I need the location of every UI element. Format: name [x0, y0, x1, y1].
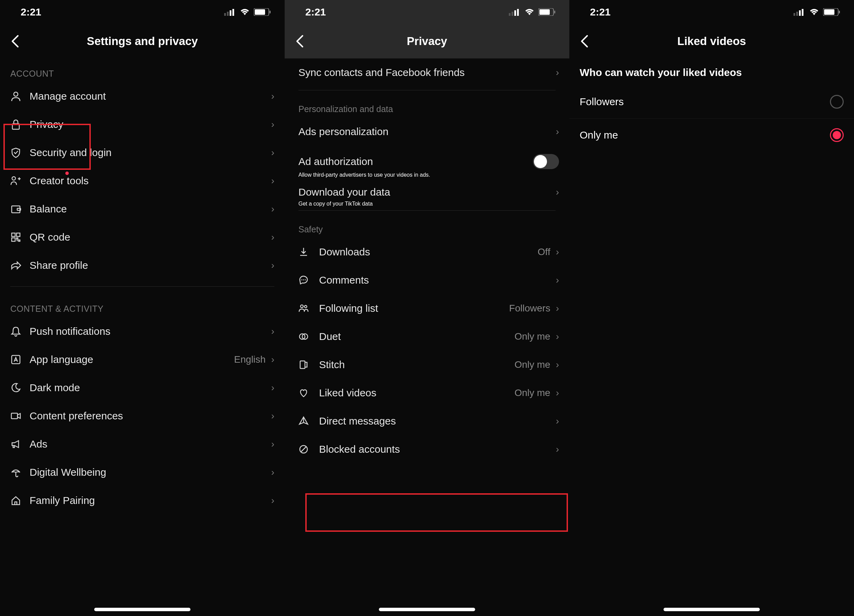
- svg-point-7: [14, 92, 18, 96]
- row-label: Direct messages: [319, 415, 556, 427]
- chevron-right-icon: ›: [556, 416, 559, 427]
- screen-privacy: 2:21 Privacy Sync contacts and Facebook …: [285, 0, 569, 616]
- row-label: Liked videos: [319, 387, 514, 399]
- svg-rect-12: [12, 233, 15, 236]
- chevron-right-icon: ›: [271, 439, 274, 450]
- row-subtitle: Allow third-party advertisers to use you…: [285, 172, 569, 178]
- svg-rect-39: [839, 11, 840, 14]
- wifi-icon: [524, 8, 535, 16]
- row-blocked-accounts[interactable]: Blocked accounts ›: [285, 435, 569, 464]
- back-button[interactable]: [10, 34, 19, 48]
- back-button[interactable]: [295, 34, 304, 48]
- chevron-right-icon: ›: [556, 274, 559, 286]
- row-dark-mode[interactable]: Dark mode ›: [0, 374, 285, 402]
- row-download-data[interactable]: Download your data › Get a copy of your …: [285, 178, 569, 207]
- radio-indicator: [830, 128, 844, 142]
- row-direct-messages[interactable]: Direct messages ›: [285, 407, 569, 435]
- moon-icon: [10, 382, 21, 393]
- row-label: Ad authorization: [299, 156, 533, 168]
- page-title: Privacy: [407, 35, 447, 48]
- home-indicator[interactable]: [663, 608, 760, 611]
- chevron-right-icon: ›: [271, 260, 274, 271]
- row-security[interactable]: Security and login ›: [0, 139, 285, 167]
- svg-rect-34: [796, 12, 798, 16]
- section-header-content: CONTENT & ACTIVITY: [0, 294, 285, 317]
- status-icons: [793, 8, 840, 16]
- row-qr-code[interactable]: QR code ›: [0, 223, 285, 251]
- radio-option-followers[interactable]: Followers: [569, 85, 854, 119]
- cellular-icon: [224, 8, 236, 16]
- highlight-box-liked-videos: [305, 493, 568, 532]
- section-header-personalization: Personalization and data: [285, 94, 569, 117]
- row-content-preferences[interactable]: Content preferences ›: [0, 402, 285, 430]
- chevron-right-icon: ›: [271, 203, 274, 215]
- chevron-right-icon: ›: [271, 232, 274, 243]
- svg-rect-8: [12, 124, 19, 129]
- row-value: Only me: [514, 331, 550, 342]
- bell-icon: [10, 326, 21, 337]
- status-time: 2:21: [21, 6, 41, 18]
- row-privacy[interactable]: Privacy ›: [0, 110, 285, 139]
- radio-indicator: [830, 95, 844, 108]
- row-comments[interactable]: Comments ›: [285, 266, 569, 294]
- back-button[interactable]: [580, 34, 589, 48]
- row-ads[interactable]: Ads ›: [0, 430, 285, 458]
- send-icon: [299, 416, 309, 426]
- row-label: Stitch: [319, 359, 514, 371]
- row-label: Privacy: [30, 119, 271, 130]
- section-heading: Who can watch your liked videos: [569, 58, 854, 85]
- cellular-icon: [793, 8, 805, 16]
- row-label: QR code: [30, 231, 271, 243]
- lock-icon: [10, 119, 21, 130]
- row-following-list[interactable]: Following list Followers ›: [285, 294, 569, 322]
- row-liked-videos[interactable]: Liked videos Only me ›: [285, 379, 569, 407]
- row-push-notifications[interactable]: Push notifications ›: [0, 317, 285, 346]
- section-header-account: ACCOUNT: [0, 58, 285, 82]
- chevron-right-icon: ›: [556, 387, 559, 398]
- chevron-left-icon: [10, 34, 19, 48]
- row-family-pairing[interactable]: Family Pairing ›: [0, 486, 285, 515]
- status-bar: 2:21: [569, 0, 854, 24]
- svg-point-28: [305, 306, 307, 308]
- qr-icon: [10, 232, 21, 243]
- row-ad-authorization[interactable]: Ad authorization Allow third-party adver…: [285, 146, 569, 178]
- video-icon: [10, 410, 21, 421]
- row-value: Only me: [514, 387, 550, 398]
- row-app-language[interactable]: App language English ›: [0, 346, 285, 374]
- users-icon: [299, 303, 309, 314]
- row-label: Following list: [319, 302, 509, 314]
- svg-rect-36: [802, 9, 804, 16]
- svg-point-26: [305, 279, 306, 281]
- row-digital-wellbeing[interactable]: Digital Wellbeing ›: [0, 458, 285, 486]
- chevron-right-icon: ›: [556, 126, 559, 137]
- row-creator-tools[interactable]: Creator tools ›: [0, 167, 285, 195]
- row-label: Content preferences: [30, 410, 271, 422]
- block-icon: [299, 444, 309, 454]
- chevron-right-icon: ›: [271, 91, 274, 102]
- row-stitch[interactable]: Stitch Only me ›: [285, 351, 569, 379]
- row-balance[interactable]: Balance ›: [0, 195, 285, 223]
- svg-rect-17: [509, 13, 511, 16]
- row-duet[interactable]: Duet Only me ›: [285, 322, 569, 351]
- row-label: Downloads: [319, 246, 538, 258]
- row-label: Sync contacts and Facebook friends: [299, 67, 556, 78]
- toggle-ad-authorization[interactable]: [533, 154, 559, 169]
- row-label: Creator tools: [30, 175, 271, 187]
- row-share-profile[interactable]: Share profile ›: [0, 251, 285, 279]
- header-bar: Settings and privacy: [0, 24, 285, 58]
- row-downloads[interactable]: Downloads Off ›: [285, 238, 569, 266]
- row-manage-account[interactable]: Manage account ›: [0, 82, 285, 110]
- row-ads-personalization[interactable]: Ads personalization ›: [285, 117, 569, 146]
- row-sync-contacts[interactable]: Sync contacts and Facebook friends ›: [285, 58, 569, 87]
- home-indicator[interactable]: [94, 608, 191, 611]
- status-time: 2:21: [590, 6, 611, 18]
- radio-option-only-me[interactable]: Only me: [569, 119, 854, 152]
- row-value: Only me: [514, 359, 550, 370]
- svg-rect-31: [300, 361, 305, 369]
- chevron-right-icon: ›: [271, 495, 274, 506]
- header-bar: Liked videos: [569, 24, 854, 58]
- home-indicator[interactable]: [379, 608, 475, 611]
- chevron-right-icon: ›: [556, 303, 559, 314]
- svg-point-9: [12, 177, 15, 180]
- row-label: Digital Wellbeing: [30, 467, 271, 478]
